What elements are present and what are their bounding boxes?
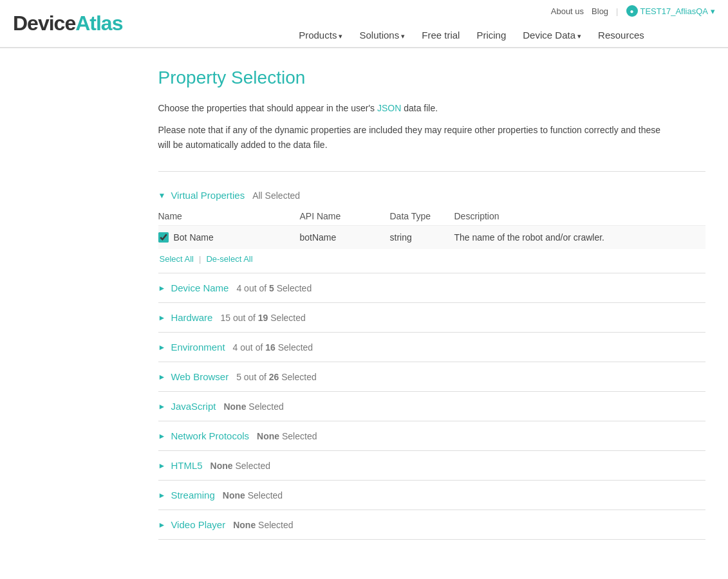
section-count: 4 out of 5 Selected [236,283,312,293]
section-arrow-icon: ► [158,461,166,470]
section-header[interactable]: ► JavaScript None Selected [158,401,705,412]
nav-pricing[interactable]: Pricing [470,27,512,43]
table-cell-desc: The name of the robot and/or crawler. [454,226,705,250]
nav-device-data[interactable]: Device Data [516,27,588,43]
nav-divider: | [616,6,618,16]
virtual-properties-table: Name API Name Data Type Description Bot … [158,207,705,249]
section-count: None Selected [223,401,283,412]
user-account-link[interactable]: ● TEST17_AfliasQA ▾ [626,5,716,17]
section-count: None Selected [257,431,317,441]
col-header-name: Name [158,207,300,226]
nav-free-trial[interactable]: Free trial [415,27,466,43]
top-right-nav: About us Blog | ● TEST17_AfliasQA ▾ [551,5,715,17]
section-title-label: Environment [171,342,225,353]
json-highlight: JSON [377,103,401,113]
section-count: None Selected [210,461,270,471]
deselect-all-link[interactable]: De-select All [206,254,252,264]
select-all-link[interactable]: Select All [160,254,194,264]
table-cell-type: string [390,226,454,250]
about-link[interactable]: About us [551,6,584,16]
sections-container: ► Device Name 4 out of 5 Selected ► Hard… [158,273,705,540]
virtual-properties-title: Virtual Properties [171,190,245,201]
virtual-properties-section: ▼ Virtual Properties All Selected Name A… [158,171,705,273]
section-arrow-icon: ► [158,343,166,352]
section-header[interactable]: ► Environment 4 out of 16 Selected [158,342,705,353]
section-count: None Selected [223,490,283,501]
section-header[interactable]: ► Hardware 15 out of 19 Selected [158,312,705,323]
section-title-label: Hardware [171,312,212,323]
links-divider: | [199,254,201,264]
section-count: None Selected [233,520,293,530]
logo[interactable]: DeviceAtlas [13,12,122,35]
user-dropdown-icon: ▾ [711,6,715,16]
description-2: Please note that if any of the dynamic p… [158,123,673,152]
bot-name-checkbox[interactable] [158,232,169,243]
main-nav: Products Solutions Free trial Pricing De… [292,27,651,43]
section-title-label: HTML5 [171,460,202,471]
table-cell-api: botName [300,226,390,250]
section-header[interactable]: ► HTML5 None Selected [158,460,705,471]
table-row: Bot Name botName string The name of the … [158,226,705,250]
nav-solutions[interactable]: Solutions [353,27,411,43]
section-arrow-icon: ► [158,432,166,441]
username-label: TEST17_AfliasQA [640,6,709,16]
section-hardware: ► Hardware 15 out of 19 Selected [158,302,705,332]
page-title: Property Selection [158,68,705,88]
section-streaming: ► Streaming None Selected [158,480,705,510]
logo-device-text: Device [13,12,75,35]
section-header[interactable]: ► Video Player None Selected [158,519,705,530]
section-video-player: ► Video Player None Selected [158,510,705,540]
section-title-label: Device Name [171,282,229,293]
section-count: 5 out of 26 Selected [236,372,317,382]
select-links: Select All | De-select All [160,254,705,264]
section-header[interactable]: ► Network Protocols None Selected [158,430,705,441]
section-title-label: Streaming [171,490,214,501]
section-device-name: ► Device Name 4 out of 5 Selected [158,273,705,302]
section-arrow-icon: ► [158,372,166,381]
section-header[interactable]: ► Streaming None Selected [158,490,705,501]
user-icon: ● [626,5,638,17]
section-arrow-icon: ► [158,402,166,411]
bot-name-label: Bot Name [174,232,214,243]
section-title-label: Video Player [171,519,225,530]
section-arrow-icon: ► [158,284,166,293]
section-arrow-icon: ► [158,313,166,322]
virtual-properties-status: All Selected [252,190,300,201]
section-network-protocols: ► Network Protocols None Selected [158,421,705,450]
section-html5: ► HTML5 None Selected [158,450,705,480]
col-header-desc: Description [454,207,705,226]
main-content: Property Selection Choose the properties… [10,48,718,565]
section-title-label: JavaScript [171,401,216,412]
col-header-type: Data Type [390,207,454,226]
logo-atlas-text: Atlas [75,12,122,35]
section-header[interactable]: ► Device Name 4 out of 5 Selected [158,282,705,293]
section-count: 15 out of 19 Selected [220,313,305,323]
section-header[interactable]: ► Web Browser 5 out of 26 Selected [158,371,705,382]
table-cell-name: Bot Name [158,226,300,250]
section-count: 4 out of 16 Selected [233,342,313,353]
nav-products[interactable]: Products [292,27,349,43]
header: DeviceAtlas About us Blog | ● TEST17_Afl… [0,0,728,48]
section-arrow-icon: ► [158,491,166,500]
section-arrow-icon: ► [158,520,166,529]
blog-link[interactable]: Blog [592,6,608,16]
section-title-label: Web Browser [171,371,229,382]
section-javascript: ► JavaScript None Selected [158,391,705,421]
section-title-label: Network Protocols [171,430,249,441]
col-header-api: API Name [300,207,390,226]
virtual-properties-header[interactable]: ▼ Virtual Properties All Selected [158,181,705,207]
section-environment: ► Environment 4 out of 16 Selected [158,332,705,362]
section-web-browser: ► Web Browser 5 out of 26 Selected [158,362,705,391]
virtual-arrow-down-icon: ▼ [158,191,166,200]
description-1: Choose the properties that should appear… [158,101,673,115]
nav-resources[interactable]: Resources [592,27,651,43]
